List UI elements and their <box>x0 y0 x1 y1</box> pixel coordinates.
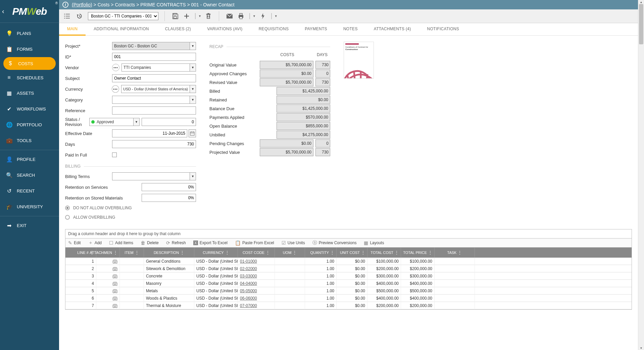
history-icon[interactable] <box>75 12 84 20</box>
table-row[interactable]: 1(0)General ConditionsUSD - Dollar (Unit… <box>65 258 632 265</box>
sidebar-item-exit[interactable]: ➡EXIT <box>0 218 59 233</box>
table-row[interactable]: 5(0)MetalsUSD - Dollar (United Sta05-050… <box>65 287 632 295</box>
sidebar-item-portfolio[interactable]: 🌐PORTFOLIO <box>0 117 59 133</box>
col-uom[interactable]: UOM⋮ <box>275 248 305 258</box>
grid-units-checkbox[interactable]: ☑Use Units <box>282 240 305 246</box>
sidebar-item-recent[interactable]: ↺RECENT <box>0 183 59 199</box>
grid-add-button[interactable]: ＋Add <box>88 240 102 246</box>
grid-delete-button[interactable]: 🗑Delete <box>141 240 159 246</box>
print-dropdown-icon[interactable]: ▼ <box>253 14 256 18</box>
col-totalcost[interactable]: TOTAL COST⋮ <box>367 248 401 258</box>
vendor-more-icon[interactable]: ••• <box>112 64 119 71</box>
sidebar-item-costs[interactable]: $COSTS <box>3 57 56 70</box>
paid-checkbox[interactable] <box>112 152 117 157</box>
logo[interactable]: ‹ PMWeb ® <box>0 0 59 23</box>
effdate-field[interactable] <box>112 129 187 137</box>
tabs: MAINADDITIONAL INFORMATIONCLAUSES (2)VAR… <box>59 23 638 36</box>
add-icon[interactable] <box>182 12 191 20</box>
ret-svc-field[interactable] <box>142 183 196 191</box>
revision-field[interactable] <box>142 118 196 126</box>
scroll-down-icon[interactable]: ▼ <box>638 346 644 350</box>
status-select[interactable]: Approved▼ <box>89 118 140 126</box>
tab-requisitions[interactable]: REQUISITIONS <box>251 23 297 35</box>
id-field[interactable] <box>112 53 196 61</box>
tab-notifications[interactable]: NOTIFICATIONS <box>419 23 467 35</box>
info-icon[interactable]: i <box>62 2 68 8</box>
save-icon[interactable] <box>171 12 180 20</box>
breadcrumb[interactable]: (Portfolio) > Costs > Contracts > PRIME … <box>72 2 235 7</box>
tab-additional-information[interactable]: ADDITIONAL INFORMATION <box>86 23 157 35</box>
bolt-dropdown-icon[interactable]: ▼ <box>275 14 278 18</box>
currency-select[interactable]: USD - Dollar (United States of America)▼ <box>121 85 196 93</box>
bolt-icon[interactable] <box>258 12 267 20</box>
table-row[interactable]: 7(0)Thermal & MoistureUSD - Dollar (Unit… <box>65 302 632 309</box>
email-icon[interactable] <box>225 12 234 20</box>
vertical-scrollbar[interactable]: ▲ ▼ <box>638 0 644 350</box>
tab-attachments-4-[interactable]: ATTACHMENTS (4) <box>366 23 419 35</box>
grid-edit-button[interactable]: ✎Edit <box>68 240 81 246</box>
sidebar-item-assets[interactable]: ▦ASSETS <box>0 85 59 101</box>
sidebar-item-schedules[interactable]: ≡SCHEDULES <box>0 70 59 85</box>
grid-group-drop[interactable]: Drag a column header and drop it here to… <box>65 229 632 238</box>
table-row[interactable]: 2(0)Sitework & DemolitionUSD - Dollar (U… <box>65 265 632 272</box>
calendar-icon[interactable] <box>189 129 196 137</box>
tab-main[interactable]: MAIN <box>59 23 86 36</box>
table-row[interactable]: 6(0)Woods & PlasticsUSD - Dollar (United… <box>65 295 632 302</box>
chevron-down-icon[interactable]: ▼ <box>133 118 139 126</box>
col-costcode[interactable]: COST CODE⋮ <box>238 248 275 258</box>
tab-notes[interactable]: NOTES <box>335 23 366 35</box>
ret-mat-field[interactable] <box>142 194 196 202</box>
grid-paste-button[interactable]: 📋Paste From Excel <box>235 240 274 246</box>
days-field[interactable] <box>112 140 196 148</box>
reference-field[interactable] <box>112 106 196 115</box>
scroll-up-icon[interactable]: ▲ <box>638 0 644 4</box>
scrollbar-thumb[interactable] <box>639 4 643 44</box>
grid-preview-button[interactable]: ⓢPreview Conversions <box>312 240 357 246</box>
tab-variations-avi-[interactable]: VARIATIONS (AVI) <box>199 23 250 35</box>
currency-more-icon[interactable]: ••• <box>112 85 119 93</box>
table-row[interactable]: 3(0)ConcreteUSD - Dollar (United Sta03-0… <box>65 272 632 280</box>
list-view-icon[interactable] <box>62 12 71 20</box>
grid-refresh-button[interactable]: ⟳Refresh <box>166 240 186 246</box>
grid-layouts-button[interactable]: ▦Layouts <box>364 240 384 246</box>
add-dropdown-icon[interactable]: ▼ <box>198 14 201 18</box>
tab-payments[interactable]: PAYMENTS <box>297 23 335 35</box>
col-currency[interactable]: CURRENCY⋮ <box>194 248 238 258</box>
col-item[interactable]: ITEM⋮ <box>120 248 144 258</box>
col-totalprice[interactable]: TOTAL PRICE⋮ <box>401 248 435 258</box>
toolbar-separator <box>164 11 165 21</box>
sidebar-item-university[interactable]: 🎓UNIVERSITY <box>0 199 59 215</box>
sidebar-item-search[interactable]: 🔍SEARCH <box>0 167 59 183</box>
sidebar-item-plans[interactable]: 💡PLANS <box>0 26 59 41</box>
overbilling-no-radio[interactable]: DO NOT ALLOW OVERBILLING <box>65 204 196 212</box>
chevron-down-icon[interactable]: ▼ <box>190 85 196 93</box>
chevron-down-icon[interactable]: ▼ <box>190 42 196 50</box>
col-unitcost[interactable]: UNIT COST⋮ <box>337 248 367 258</box>
chevron-down-icon[interactable]: ▼ <box>190 64 196 71</box>
sidebar-item-workflows[interactable]: ✔WORKFLOWS <box>0 101 59 117</box>
document-thumbnail[interactable]: Conditions of Contract for Construction <box>344 42 374 79</box>
chevron-down-icon[interactable]: ▼ <box>190 173 196 180</box>
grid-export-button[interactable]: XExport To Excel <box>193 240 228 245</box>
overbilling-yes-radio[interactable]: ALLOW OVERBILLING <box>65 214 196 221</box>
vendor-select[interactable]: TTI Companies▼ <box>121 63 196 72</box>
grid-additems-button[interactable]: ☐Add Items <box>109 240 133 246</box>
back-caret-icon[interactable]: ‹ <box>2 7 4 15</box>
sidebar-item-profile[interactable]: 👤PROFILE <box>0 151 59 167</box>
billterms-select[interactable]: ▼ <box>112 172 196 180</box>
project-select[interactable]: Boston GC - Boston GC▼ <box>112 42 196 50</box>
sidebar-item-tools[interactable]: 💼TOOLS <box>0 133 59 148</box>
col-attachments[interactable]: ATTACHMEN⋮ <box>96 248 120 258</box>
col-task[interactable]: TASK⋮ <box>435 248 475 258</box>
category-select[interactable]: ▼ <box>112 96 196 104</box>
chevron-down-icon[interactable]: ▼ <box>190 96 196 103</box>
table-row[interactable]: 4(0)MasonryUSD - Dollar (United Sta04-04… <box>65 280 632 287</box>
print-icon[interactable] <box>237 12 245 20</box>
delete-icon[interactable] <box>204 12 213 20</box>
sidebar-item-forms[interactable]: 📋FORMS <box>0 41 59 57</box>
subject-field[interactable] <box>112 74 196 82</box>
context-select[interactable]: Boston GC - TTI Companies - 001 - C <box>88 12 158 20</box>
tab-clauses-2-[interactable]: CLAUSES (2) <box>157 23 199 35</box>
col-description[interactable]: DESCRIPTION⋮ <box>144 248 194 258</box>
col-quantity[interactable]: QUANTITY⋮ <box>305 248 337 258</box>
